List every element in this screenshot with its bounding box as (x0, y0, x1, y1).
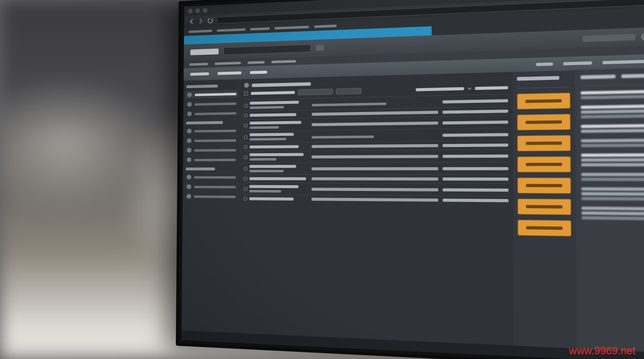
row-desc (312, 121, 438, 126)
nav-item[interactable] (189, 63, 208, 66)
list-row[interactable] (244, 149, 508, 163)
subheader-link[interactable] (602, 59, 644, 64)
column-header[interactable] (416, 87, 464, 91)
nav-item[interactable] (215, 61, 241, 65)
row-title (250, 101, 299, 104)
list-row[interactable] (243, 174, 508, 183)
list-row[interactable] (243, 182, 508, 196)
sidebar-item[interactable] (184, 192, 238, 201)
sidebar-item[interactable] (185, 146, 238, 154)
filter-dropdown[interactable] (336, 88, 361, 95)
sidebar-item[interactable] (184, 183, 238, 191)
radio-icon[interactable] (244, 145, 248, 149)
radio-icon[interactable] (244, 103, 248, 107)
sidebar (182, 79, 241, 333)
nav-item[interactable] (248, 61, 264, 64)
bookmark-item[interactable] (217, 28, 245, 32)
sidebar-item-label (195, 92, 236, 96)
sidebar-group-heading (186, 168, 215, 170)
radio-icon[interactable] (244, 113, 248, 117)
divider (581, 83, 644, 86)
row-title (250, 121, 301, 125)
sidebar-item[interactable] (185, 100, 239, 108)
panel-line (581, 192, 644, 196)
action-button[interactable] (518, 199, 571, 215)
panel-section (581, 103, 644, 118)
app-logo[interactable] (190, 48, 218, 55)
subheader-meta (536, 63, 553, 67)
subheader-meta (563, 61, 592, 65)
radio-icon[interactable] (243, 177, 247, 180)
sidebar-item[interactable] (184, 173, 238, 181)
action-button[interactable] (518, 178, 571, 194)
main-panel (239, 72, 514, 346)
divider (517, 87, 570, 89)
column-header[interactable] (475, 86, 508, 90)
header-pill[interactable] (583, 34, 635, 42)
sidebar-item[interactable] (185, 156, 238, 164)
panel-line (581, 153, 644, 157)
row-title (250, 145, 299, 148)
bookmark-item[interactable] (314, 24, 336, 28)
action-column-heading (517, 76, 560, 81)
breadcrumb-item[interactable] (218, 71, 242, 75)
radio-icon[interactable] (244, 135, 248, 139)
panel-section (581, 89, 644, 99)
panel-line (581, 128, 644, 133)
nav-item[interactable] (271, 60, 296, 63)
panel-line (581, 90, 644, 95)
action-button[interactable] (517, 114, 571, 130)
bookmark-item[interactable] (250, 27, 269, 31)
action-button-label (526, 184, 563, 187)
breadcrumb-item[interactable] (190, 72, 209, 76)
action-button-label (526, 205, 563, 208)
header-pill[interactable] (316, 45, 324, 51)
row-meta (442, 120, 508, 124)
action-button[interactable] (517, 135, 571, 151)
row-meta (443, 199, 509, 202)
panel-tab[interactable] (621, 74, 644, 78)
sidebar-item-label (195, 129, 236, 132)
radio-icon[interactable] (243, 187, 247, 191)
sidebar-item[interactable] (185, 109, 238, 118)
back-icon[interactable] (189, 19, 195, 24)
search-input[interactable] (223, 45, 311, 56)
radio-icon[interactable] (244, 155, 248, 159)
bullet-icon (187, 92, 192, 97)
window-max-icon[interactable] (203, 8, 207, 13)
panel-tab[interactable] (581, 75, 616, 79)
panel-line (581, 158, 644, 162)
sidebar-item[interactable] (185, 127, 238, 135)
sidebar-item-label (194, 158, 236, 161)
window-close-icon[interactable] (188, 9, 193, 13)
action-button[interactable] (518, 220, 571, 236)
sidebar-item[interactable] (185, 136, 238, 145)
radio-icon[interactable] (243, 197, 247, 201)
sidebar-item[interactable] (185, 90, 239, 99)
list-row[interactable] (243, 194, 508, 205)
row-title (249, 177, 306, 180)
bookmark-item[interactable] (275, 25, 309, 29)
row-title (249, 185, 299, 189)
radio-icon[interactable] (243, 167, 247, 170)
row-subtitle (250, 106, 284, 109)
row-desc (312, 111, 438, 116)
radio-icon[interactable] (244, 91, 248, 95)
info-icon[interactable] (641, 33, 644, 40)
list-row[interactable] (243, 162, 508, 174)
breadcrumb-item[interactable] (250, 71, 267, 74)
action-button[interactable] (518, 157, 571, 172)
bookmark-item[interactable] (189, 29, 212, 33)
window-min-icon[interactable] (196, 8, 200, 13)
chevron-down-icon[interactable] (467, 87, 472, 91)
reload-icon[interactable] (207, 18, 213, 23)
action-button[interactable] (517, 93, 570, 110)
forward-icon[interactable] (198, 18, 204, 24)
panel-line (581, 114, 644, 118)
row-desc (311, 144, 438, 148)
radio-icon[interactable] (244, 123, 248, 127)
panel-line (581, 109, 644, 114)
watermark: www.9969.net (569, 345, 635, 357)
row-desc (311, 133, 431, 135)
filter-dropdown[interactable] (298, 89, 333, 95)
